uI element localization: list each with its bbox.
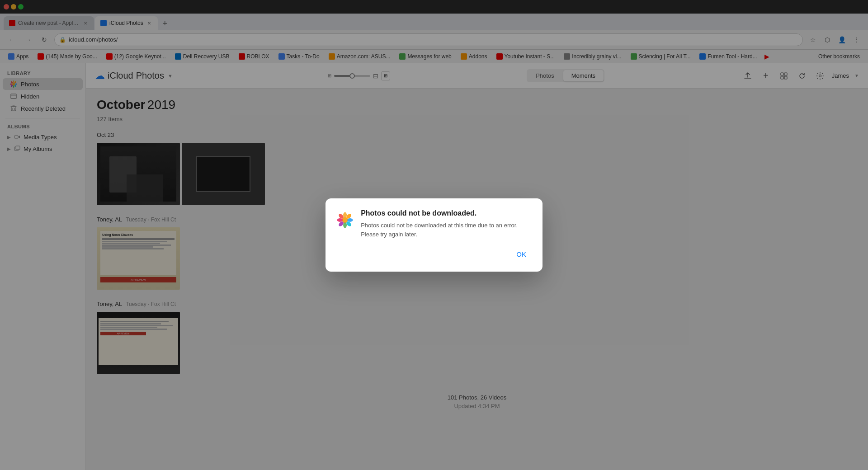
photos-flower-icon — [336, 209, 354, 231]
modal-dialog: Photos could not be downloaded. Photos c… — [326, 198, 542, 272]
modal-content: Photos could not be downloaded. Photos c… — [361, 209, 532, 239]
modal-ok-button[interactable]: OK — [511, 248, 532, 261]
svg-point-28 — [337, 218, 343, 222]
modal-overlay: Photos could not be downloaded. Photos c… — [0, 0, 868, 470]
svg-point-26 — [343, 212, 347, 218]
modal-header: Photos could not be downloaded. Photos c… — [336, 209, 532, 239]
svg-point-29 — [347, 218, 353, 222]
modal-message: Photos could not be downloaded at this t… — [361, 221, 532, 239]
modal-footer: OK — [336, 248, 532, 261]
modal-title: Photos could not be downloaded. — [361, 209, 532, 217]
svg-point-27 — [343, 222, 347, 228]
svg-point-34 — [343, 217, 348, 222]
